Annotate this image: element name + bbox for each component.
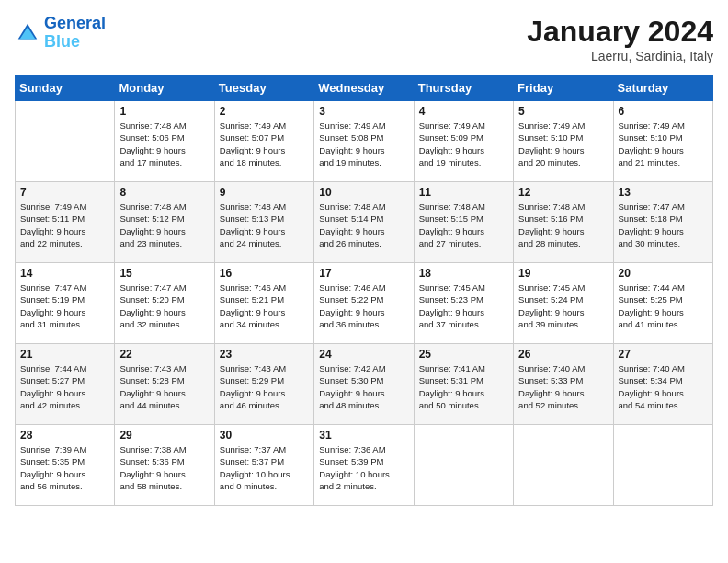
day-number: 11: [419, 186, 508, 199]
day-info: Sunrise: 7:47 AMSunset: 5:20 PMDaylight:…: [119, 282, 209, 330]
calendar-week-row: 14Sunrise: 7:47 AMSunset: 5:19 PMDayligh…: [16, 263, 713, 344]
day-info: Sunrise: 7:42 AMSunset: 5:30 PMDaylight:…: [319, 362, 408, 411]
calendar-header-row: Sunday Monday Tuesday Wednesday Thursday…: [16, 75, 713, 101]
calendar-cell: 2Sunrise: 7:49 AMSunset: 5:07 PMDaylight…: [214, 101, 313, 182]
header-thursday: Thursday: [414, 75, 513, 101]
day-info: Sunrise: 7:48 AMSunset: 5:15 PMDaylight:…: [419, 201, 508, 249]
day-number: 21: [20, 348, 109, 361]
calendar-cell: 14Sunrise: 7:47 AMSunset: 5:19 PMDayligh…: [16, 263, 115, 344]
calendar-week-row: 7Sunrise: 7:49 AMSunset: 5:11 PMDaylight…: [16, 182, 713, 263]
calendar-cell: 27Sunrise: 7:40 AMSunset: 5:34 PMDayligh…: [613, 344, 712, 425]
day-info: Sunrise: 7:49 AMSunset: 5:07 PMDaylight:…: [220, 120, 309, 168]
calendar-cell: 20Sunrise: 7:44 AMSunset: 5:25 PMDayligh…: [613, 263, 712, 344]
day-info: Sunrise: 7:36 AMSunset: 5:39 PMDaylight:…: [319, 443, 408, 492]
day-number: 17: [319, 267, 408, 280]
header-sunday: Sunday: [16, 75, 115, 101]
calendar-cell: 13Sunrise: 7:47 AMSunset: 5:18 PMDayligh…: [613, 182, 712, 263]
calendar-cell: 18Sunrise: 7:45 AMSunset: 5:23 PMDayligh…: [414, 263, 513, 344]
day-info: Sunrise: 7:46 AMSunset: 5:22 PMDaylight:…: [319, 282, 408, 330]
calendar-cell: 30Sunrise: 7:37 AMSunset: 5:37 PMDayligh…: [214, 425, 313, 506]
day-number: 26: [518, 348, 608, 361]
day-number: 3: [319, 105, 408, 118]
day-info: Sunrise: 7:49 AMSunset: 5:10 PMDaylight:…: [619, 120, 708, 168]
day-info: Sunrise: 7:44 AMSunset: 5:27 PMDaylight:…: [20, 362, 109, 411]
header-tuesday: Tuesday: [214, 75, 313, 101]
calendar-cell: 4Sunrise: 7:49 AMSunset: 5:09 PMDaylight…: [414, 101, 513, 182]
day-number: 30: [220, 429, 309, 442]
day-info: Sunrise: 7:48 AMSunset: 5:06 PMDaylight:…: [119, 120, 209, 168]
logo-text: General Blue: [44, 15, 106, 52]
day-number: 8: [119, 186, 209, 199]
day-number: 14: [20, 267, 109, 280]
calendar-cell: 24Sunrise: 7:42 AMSunset: 5:30 PMDayligh…: [314, 344, 414, 425]
calendar-week-row: 28Sunrise: 7:39 AMSunset: 5:35 PMDayligh…: [16, 425, 713, 506]
calendar-cell: 31Sunrise: 7:36 AMSunset: 5:39 PMDayligh…: [314, 425, 414, 506]
day-number: 7: [20, 186, 109, 199]
calendar-cell: 12Sunrise: 7:48 AMSunset: 5:16 PMDayligh…: [514, 182, 613, 263]
day-info: Sunrise: 7:49 AMSunset: 5:10 PMDaylight:…: [518, 120, 608, 168]
day-info: Sunrise: 7:49 AMSunset: 5:09 PMDaylight:…: [419, 120, 508, 168]
day-info: Sunrise: 7:37 AMSunset: 5:37 PMDaylight:…: [220, 443, 309, 492]
day-info: Sunrise: 7:39 AMSunset: 5:35 PMDaylight:…: [20, 443, 109, 492]
day-number: 28: [20, 429, 109, 442]
calendar-cell: 1Sunrise: 7:48 AMSunset: 5:06 PMDaylight…: [115, 101, 214, 182]
day-number: 19: [518, 267, 608, 280]
day-number: 12: [518, 186, 608, 199]
calendar-cell: [16, 101, 115, 182]
day-number: 29: [119, 429, 209, 442]
day-info: Sunrise: 7:49 AMSunset: 5:08 PMDaylight:…: [319, 120, 408, 168]
day-info: Sunrise: 7:48 AMSunset: 5:14 PMDaylight:…: [319, 201, 408, 249]
day-info: Sunrise: 7:48 AMSunset: 5:12 PMDaylight:…: [119, 201, 209, 249]
calendar-cell: 3Sunrise: 7:49 AMSunset: 5:08 PMDaylight…: [314, 101, 414, 182]
day-number: 16: [220, 267, 309, 280]
day-info: Sunrise: 7:45 AMSunset: 5:23 PMDaylight:…: [419, 282, 508, 330]
logo-icon: [15, 20, 40, 46]
day-info: Sunrise: 7:43 AMSunset: 5:28 PMDaylight:…: [119, 362, 209, 411]
logo: General Blue: [15, 15, 106, 52]
day-info: Sunrise: 7:43 AMSunset: 5:29 PMDaylight:…: [220, 362, 309, 411]
calendar-cell: 26Sunrise: 7:40 AMSunset: 5:33 PMDayligh…: [514, 344, 613, 425]
day-info: Sunrise: 7:47 AMSunset: 5:18 PMDaylight:…: [619, 201, 708, 249]
day-number: 24: [319, 348, 408, 361]
calendar-cell: [613, 425, 712, 506]
day-info: Sunrise: 7:44 AMSunset: 5:25 PMDaylight:…: [619, 282, 708, 330]
calendar-cell: 9Sunrise: 7:48 AMSunset: 5:13 PMDaylight…: [214, 182, 313, 263]
calendar-cell: 22Sunrise: 7:43 AMSunset: 5:28 PMDayligh…: [115, 344, 214, 425]
day-info: Sunrise: 7:48 AMSunset: 5:16 PMDaylight:…: [518, 201, 608, 249]
calendar-cell: 6Sunrise: 7:49 AMSunset: 5:10 PMDaylight…: [613, 101, 712, 182]
calendar-cell: [414, 425, 513, 506]
calendar-cell: 23Sunrise: 7:43 AMSunset: 5:29 PMDayligh…: [214, 344, 313, 425]
day-number: 31: [319, 429, 408, 442]
day-number: 27: [619, 348, 708, 361]
calendar-cell: [514, 425, 613, 506]
header-monday: Monday: [115, 75, 214, 101]
day-info: Sunrise: 7:41 AMSunset: 5:31 PMDaylight:…: [419, 362, 508, 411]
day-number: 13: [619, 186, 708, 199]
day-number: 4: [419, 105, 508, 118]
calendar-cell: 5Sunrise: 7:49 AMSunset: 5:10 PMDaylight…: [514, 101, 613, 182]
header-wednesday: Wednesday: [314, 75, 414, 101]
day-number: 6: [619, 105, 708, 118]
calendar-table: Sunday Monday Tuesday Wednesday Thursday…: [15, 75, 713, 506]
day-info: Sunrise: 7:47 AMSunset: 5:19 PMDaylight:…: [20, 282, 109, 330]
calendar-cell: 17Sunrise: 7:46 AMSunset: 5:22 PMDayligh…: [314, 263, 414, 344]
calendar-cell: 7Sunrise: 7:49 AMSunset: 5:11 PMDaylight…: [16, 182, 115, 263]
day-number: 5: [518, 105, 608, 118]
calendar-cell: 29Sunrise: 7:38 AMSunset: 5:36 PMDayligh…: [115, 425, 214, 506]
calendar-week-row: 1Sunrise: 7:48 AMSunset: 5:06 PMDaylight…: [16, 101, 713, 182]
calendar-cell: 15Sunrise: 7:47 AMSunset: 5:20 PMDayligh…: [115, 263, 214, 344]
day-info: Sunrise: 7:40 AMSunset: 5:33 PMDaylight:…: [518, 362, 608, 411]
header-friday: Friday: [514, 75, 613, 101]
calendar-cell: 19Sunrise: 7:45 AMSunset: 5:24 PMDayligh…: [514, 263, 613, 344]
day-number: 23: [220, 348, 309, 361]
day-number: 9: [220, 186, 309, 199]
calendar-cell: 10Sunrise: 7:48 AMSunset: 5:14 PMDayligh…: [314, 182, 414, 263]
day-number: 1: [119, 105, 209, 118]
calendar-cell: 16Sunrise: 7:46 AMSunset: 5:21 PMDayligh…: [214, 263, 313, 344]
day-number: 18: [419, 267, 508, 280]
day-number: 15: [119, 267, 209, 280]
calendar-cell: 8Sunrise: 7:48 AMSunset: 5:12 PMDaylight…: [115, 182, 214, 263]
day-info: Sunrise: 7:45 AMSunset: 5:24 PMDaylight:…: [518, 282, 608, 330]
day-number: 2: [220, 105, 309, 118]
calendar-cell: 21Sunrise: 7:44 AMSunset: 5:27 PMDayligh…: [16, 344, 115, 425]
